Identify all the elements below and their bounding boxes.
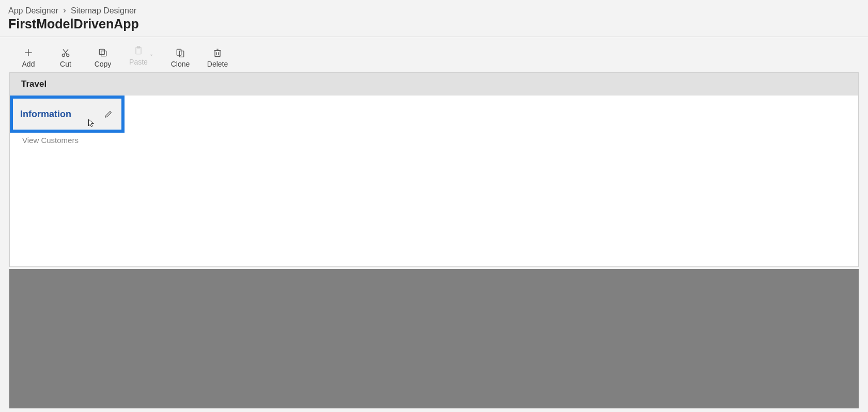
sitemap-area-tile[interactable]: Travel — [9, 72, 859, 96]
toolbar-label: Cut — [60, 60, 71, 68]
page-title: FirstModelDrivenApp — [8, 17, 860, 31]
sitemap-subarea-tile[interactable]: View Customers — [22, 136, 79, 145]
toolbar-label: Delete — [207, 60, 228, 68]
add-button[interactable]: Add — [14, 42, 42, 68]
breadcrumb-page[interactable]: Sitemap Designer — [71, 6, 136, 15]
svg-marker-18 — [89, 119, 94, 126]
chevron-right-icon — [61, 8, 68, 14]
header-region: App Designer Sitemap Designer FirstModel… — [0, 0, 868, 37]
bottom-panel — [9, 269, 859, 408]
cut-icon — [59, 46, 72, 59]
toolbar-label: Add — [22, 60, 35, 68]
cut-button[interactable]: Cut — [52, 42, 80, 68]
sitemap-canvas[interactable]: Information View Customers — [9, 96, 859, 267]
paste-icon — [132, 44, 145, 57]
paste-button: Paste — [126, 42, 157, 68]
delete-button[interactable]: Delete — [204, 42, 231, 68]
breadcrumb-root[interactable]: App Designer — [8, 6, 58, 15]
svg-marker-10 — [150, 55, 152, 56]
svg-rect-12 — [179, 51, 183, 57]
toolbar-label: Paste — [129, 58, 148, 66]
copy-button[interactable]: Copy — [89, 42, 117, 68]
toolbar: Add Cut Copy Paste Clone — [0, 37, 868, 72]
svg-point-2 — [62, 54, 65, 57]
group-label: Information — [20, 109, 71, 120]
clone-button[interactable]: Clone — [166, 42, 194, 68]
svg-point-3 — [67, 54, 69, 57]
copy-icon — [97, 46, 109, 59]
svg-rect-11 — [177, 49, 181, 55]
trash-icon — [211, 46, 224, 59]
toolbar-label: Clone — [171, 60, 190, 68]
chevron-down-icon — [149, 51, 154, 59]
svg-rect-13 — [215, 51, 220, 57]
toolbar-label: Copy — [95, 60, 112, 68]
svg-rect-7 — [99, 49, 104, 54]
cursor-icon — [86, 117, 96, 129]
sitemap-group-tile[interactable]: Information — [10, 96, 125, 133]
svg-rect-6 — [101, 51, 106, 56]
plus-icon — [22, 46, 35, 59]
breadcrumb: App Designer Sitemap Designer — [8, 6, 860, 15]
pencil-icon[interactable] — [103, 108, 114, 120]
clone-icon — [174, 46, 187, 59]
sitemap-canvas-region: Travel Information View Customers — [9, 72, 859, 267]
